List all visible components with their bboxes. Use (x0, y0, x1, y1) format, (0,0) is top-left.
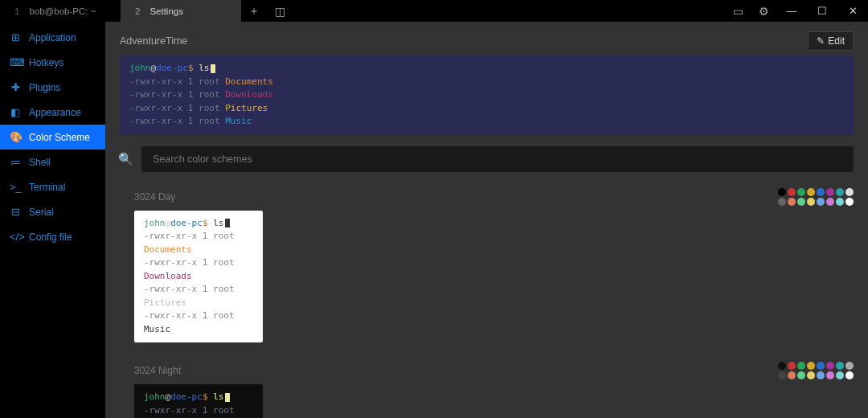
tray-icon[interactable]: ▭ (725, 0, 751, 22)
sidebar-item-label: Config file (29, 232, 72, 243)
current-scheme-title: AdventureTime (120, 35, 187, 47)
scheme-item[interactable]: 3024 Dayjohn@doe-pc$ ls-rwxr-xr-x 1 root… (105, 180, 868, 354)
current-scheme-preview: john@doe-pc$ ls-rwxr-xr-x 1 root Documen… (120, 55, 854, 135)
color-swatch (845, 188, 854, 196)
tab-terminal[interactable]: 1 bob@bob-PC: ~ (0, 0, 121, 22)
color-swatch (845, 362, 854, 370)
color-swatch (807, 198, 815, 206)
sidebar-item-label: Color Scheme (29, 132, 90, 143)
color-swatch (788, 188, 796, 196)
tab-index: 2 (135, 6, 140, 16)
sidebar-item-shell[interactable]: ≔Shell (0, 150, 105, 174)
sidebar-item-label: Terminal (29, 182, 65, 193)
color-swatch (836, 371, 844, 379)
sidebar-item-serial[interactable]: ⊟Serial (0, 199, 105, 224)
color-swatch (788, 371, 796, 379)
tab-label: bob@bob-PC: ~ (29, 6, 96, 16)
sidebar-item-application[interactable]: ⊞Application (0, 25, 105, 50)
puzzle-icon: ✚ (10, 81, 21, 93)
settings-content[interactable]: AdventureTime ✎ Edit john@doe-pc$ ls-rwx… (105, 22, 868, 418)
edit-label: Edit (828, 35, 845, 47)
scheme-item[interactable]: 3024 Nightjohn@doe-pc$ ls-rwxr-xr-x 1 ro… (105, 354, 868, 418)
tab-label: Settings (149, 6, 183, 16)
palette-icon: 🎨 (10, 131, 21, 143)
sidebar-item-label: Appearance (29, 107, 81, 118)
color-scheme-list: 3024 Dayjohn@doe-pc$ ls-rwxr-xr-x 1 root… (105, 180, 868, 419)
color-swatch (797, 371, 805, 379)
sidebar-item-label: Shell (29, 157, 51, 168)
color-swatch (797, 362, 805, 370)
scheme-name: 3024 Night (134, 365, 181, 376)
color-swatch (817, 362, 825, 370)
sidebar-item-plugins[interactable]: ✚Plugins (0, 75, 105, 100)
current-scheme-section: AdventureTime ✎ Edit john@doe-pc$ ls-rwx… (105, 22, 868, 141)
scheme-swatches (778, 362, 854, 379)
split-pane-button[interactable]: ◫ (267, 0, 293, 22)
color-swatch (836, 188, 844, 196)
settings-gear-icon[interactable]: ⚙ (751, 0, 776, 22)
sidebar-item-config-file[interactable]: </>Config file (0, 224, 105, 249)
title-bar: 1 bob@bob-PC: ~ 2 Settings ＋ ◫ ▭ ⚙ — ☐ ✕ (0, 0, 868, 22)
tab-index: 1 (14, 6, 19, 16)
color-swatch (845, 371, 854, 379)
color-swatch (797, 198, 805, 206)
sidebar-item-label: Plugins (29, 82, 60, 93)
color-swatch (826, 371, 834, 379)
appearance-icon: ◧ (10, 106, 21, 118)
scheme-search-input[interactable] (141, 146, 854, 172)
window-maximize-button[interactable]: ☐ (807, 0, 837, 22)
color-swatch (836, 362, 844, 370)
scheme-preview: john@doe-pc$ ls-rwxr-xr-x 1 root Documen… (134, 384, 263, 418)
sidebar-item-appearance[interactable]: ◧Appearance (0, 100, 105, 125)
window-close-button[interactable]: ✕ (837, 0, 868, 22)
scheme-swatches (778, 188, 854, 206)
search-icon: 🔍 (118, 152, 133, 166)
color-swatch (826, 188, 834, 196)
color-swatch (826, 362, 834, 370)
color-swatch (836, 198, 844, 206)
terminal-icon: >_ (10, 181, 21, 193)
color-swatch (778, 371, 786, 379)
serial-icon: ⊟ (10, 206, 21, 218)
sidebar-item-hotkeys[interactable]: ⌨Hotkeys (0, 50, 105, 75)
sidebar-item-terminal[interactable]: >_Terminal (0, 174, 105, 199)
color-swatch (807, 371, 815, 379)
tab-settings[interactable]: 2 Settings (121, 0, 241, 22)
pencil-icon: ✎ (817, 35, 825, 47)
color-swatch (778, 188, 786, 196)
window-minimize-button[interactable]: — (776, 0, 807, 22)
list-icon: ≔ (10, 156, 21, 168)
color-swatch (788, 198, 796, 206)
sidebar-item-color-scheme[interactable]: 🎨Color Scheme (0, 125, 105, 150)
keyboard-icon: ⌨ (10, 56, 21, 68)
settings-sidebar: ⊞Application ⌨Hotkeys ✚Plugins ◧Appearan… (0, 22, 105, 418)
color-swatch (778, 198, 786, 206)
new-tab-button[interactable]: ＋ (241, 0, 267, 22)
color-swatch (797, 188, 805, 196)
sidebar-item-label: Application (29, 32, 76, 43)
color-swatch (845, 198, 854, 206)
color-swatch (807, 362, 815, 370)
color-swatch (788, 362, 796, 370)
search-row: 🔍 (105, 141, 868, 180)
color-swatch (817, 371, 825, 379)
code-icon: </> (10, 231, 21, 243)
color-swatch (817, 198, 825, 206)
sidebar-item-label: Hotkeys (29, 57, 63, 68)
scheme-name: 3024 Day (134, 191, 175, 203)
color-swatch (807, 188, 815, 196)
scheme-preview: john@doe-pc$ ls-rwxr-xr-x 1 root Documen… (134, 211, 263, 343)
sidebar-item-label: Serial (29, 207, 54, 218)
color-swatch (778, 362, 786, 370)
color-swatch (826, 198, 834, 206)
window-icon: ⊞ (10, 31, 21, 43)
edit-scheme-button[interactable]: ✎ Edit (808, 31, 854, 51)
color-swatch (817, 188, 825, 196)
